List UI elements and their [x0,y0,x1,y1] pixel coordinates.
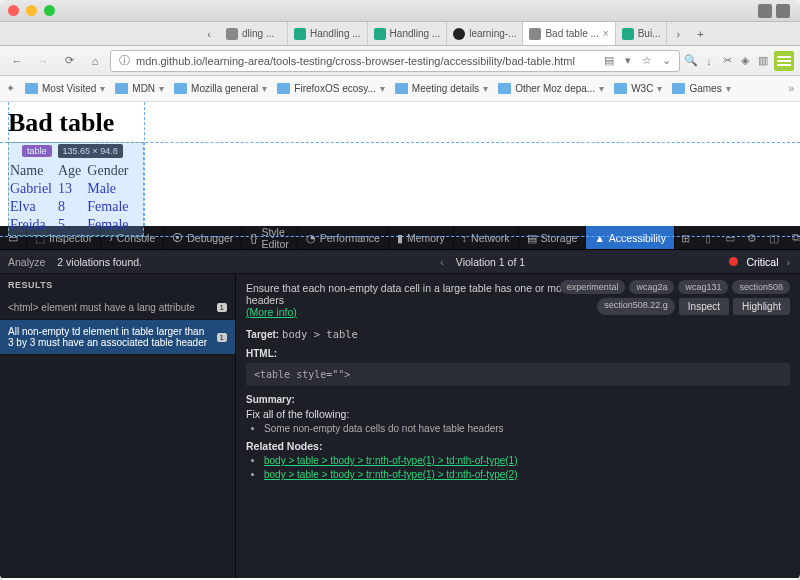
devtools-tab-performance[interactable]: ◔ Performance [298,226,389,249]
browser-tab[interactable]: learning-... [447,22,523,45]
tab-nav-back[interactable]: ‹ [198,22,220,45]
home-button[interactable]: ⌂ [84,50,106,72]
menu-button[interactable] [774,51,794,71]
result-item[interactable]: <html> element must have a lang attribut… [0,296,235,320]
tab-icon [154,22,176,45]
ruler-icon[interactable]: ▭ [719,231,741,244]
tab-icon [0,22,22,45]
url-toolbar: ← → ⟳ ⌂ ⓘ mdn.github.io/learning-area/to… [0,46,800,76]
devtools-tab-storage[interactable]: ▤ Storage [519,226,587,249]
element-tag-badge: table [22,145,52,157]
table-row: Freida5Female [10,216,135,234]
reload-button[interactable]: ⟳ [58,50,80,72]
table-row: Elva8Female [10,198,135,216]
devtools-tab-debugger[interactable]: ⦿ Debugger [164,226,242,249]
pocket-icon[interactable]: ⌄ [659,54,673,68]
browser-tab[interactable]: dling ... [220,22,288,45]
element-size-badge: table 135.65 × 94.8 [22,144,123,158]
browser-tab[interactable]: Handling ... [288,22,368,45]
rule-tag: wcag2a [629,280,674,294]
more-info-link[interactable]: (More info) [246,306,297,318]
close-window-button[interactable] [8,5,19,16]
tab-label: dling ... [242,28,274,39]
dock-side-icon[interactable]: ◫ [763,231,785,244]
bookmark-item[interactable]: FirefoxOS ecosy...▾ [277,83,385,94]
devtools-tab-memory[interactable]: ▮ Memory [389,226,454,249]
results-header: RESULTS [0,274,235,296]
related-nodes-list: body > table > tbody > tr:nth-of-type(1)… [264,455,790,480]
new-tab-button[interactable]: + [689,22,711,45]
analyze-button[interactable]: Analyze [8,256,45,268]
devtools-tab-style-editor[interactable]: {} Style Editor [242,226,297,249]
downloads-icon[interactable]: ↓ [702,54,716,68]
fix-label: Fix all of the following: [246,408,790,420]
bookmark-menu-icon[interactable]: ✦ [6,82,15,95]
browser-tab-strip: ‹ dling ... Handling ... Handling ... le… [0,22,800,46]
browser-tab-active[interactable]: Bad table ...× [523,22,615,45]
tab-icon [88,22,110,45]
prev-violation-button[interactable]: ‹ [440,256,444,268]
html-label: HTML: [246,348,790,359]
fix-item: Some non-empty data cells do not have ta… [264,423,790,434]
tab-label: Handling ... [390,28,441,39]
bookmark-item[interactable]: Most Visited▾ [25,83,105,94]
search-icon[interactable]: 🔍 [684,54,698,68]
back-button[interactable]: ← [6,50,28,72]
close-tab-icon[interactable]: × [603,28,609,39]
severity-label: Critical [746,256,778,268]
info-icon[interactable]: ⓘ [117,54,131,68]
result-item-selected[interactable]: All non-empty td element in table larger… [0,320,235,355]
settings-icon[interactable]: ⚙ [741,231,763,244]
bookmark-item[interactable]: Games▾ [672,83,730,94]
related-node-link[interactable]: body > table > tbody > tr:nth-of-type(1)… [264,469,517,480]
toolbar-icon [776,4,790,18]
tab-icon [132,22,154,45]
tab-label: Handling ... [310,28,361,39]
tab-nav-forward[interactable]: › [667,22,689,45]
dock-popout-icon[interactable]: ⧉ [785,231,800,244]
tab-label: Bui... [638,28,661,39]
result-count-badge: 1 [217,303,227,312]
browser-tab[interactable]: Bui... [616,22,668,45]
bookmark-item[interactable]: MDN▾ [115,83,164,94]
rule-tag: section508 [732,280,790,294]
next-violation-button[interactable]: › [787,256,791,268]
tab-icon [176,22,198,45]
rule-tag: wcag131 [678,280,728,294]
violations-summary: 2 violations found. [57,256,142,268]
bookmarks-overflow-icon[interactable]: » [788,83,794,94]
target-value: body > table [282,328,358,340]
results-sidebar: RESULTS <html> element must have a lang … [0,274,236,578]
fix-list: Some non-empty data cells do not have ta… [264,423,790,434]
bookmark-item[interactable]: W3C▾ [614,83,662,94]
devtools-tab-accessibility[interactable]: ▲ Accessibility [586,226,675,249]
zoom-window-button[interactable] [44,5,55,16]
devtools-tab-network[interactable]: ↕ Network [454,226,519,249]
bookmark-item[interactable]: Meeting details▾ [395,83,488,94]
tab-icon [22,22,44,45]
bookmark-item[interactable]: Other Moz depa...▾ [498,83,604,94]
save-icon[interactable]: ◈ [738,54,752,68]
sidebar-icon[interactable]: ▥ [756,54,770,68]
page-heading: Bad table [8,108,792,138]
screenshot-icon[interactable]: ✂ [720,54,734,68]
inspect-button[interactable]: Inspect [679,298,729,315]
forward-button[interactable]: → [32,50,54,72]
highlight-button[interactable]: Highlight [733,298,790,315]
html-snippet: <table style=""> [246,363,790,386]
minimize-window-button[interactable] [26,5,37,16]
devtools-subheader: Analyze 2 violations found. ‹ Violation … [0,250,800,274]
responsive-design-icon[interactable]: ⊞ [675,231,697,244]
device-icon[interactable]: ▯ [697,231,719,244]
rule-tag: experimental [560,280,626,294]
related-node-link[interactable]: body > table > tbody > tr:nth-of-type(1)… [264,455,517,466]
page-content: Bad table table 135.65 × 94.8 NameAgeGen… [0,102,800,226]
result-count-badge: 1 [217,333,227,342]
url-field[interactable]: ⓘ mdn.github.io/learning-area/tools-test… [110,50,680,72]
bookmark-star-icon[interactable]: ☆ [640,54,654,68]
browser-tab[interactable]: Handling ... [368,22,448,45]
reader-icon[interactable]: ▤ [602,54,616,68]
history-dropdown-icon[interactable]: ▾ [621,54,635,68]
tags-row: experimental wcag2a wcag131 section508 s… [530,280,790,315]
bookmark-item[interactable]: Mozilla general▾ [174,83,267,94]
